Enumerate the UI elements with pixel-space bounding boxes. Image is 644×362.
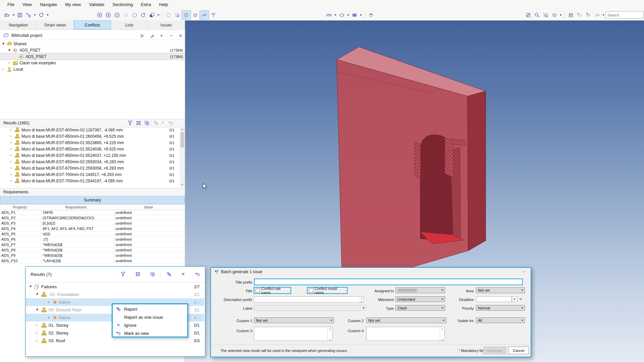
- milestone-select[interactable]: Undecided: [395, 296, 445, 302]
- link-icon[interactable]: [166, 272, 172, 277]
- menu-extra[interactable]: Extra: [137, 0, 155, 9]
- menu-my-view[interactable]: My view: [61, 0, 85, 9]
- result-row[interactable]: ▷Muro di base:MUR-EST-700mm-01:2544197, …: [0, 178, 180, 184]
- table-row[interactable]: ADS_P2(STR|ARC|MEC|IDR|IDA|COO)undefined: [0, 215, 185, 221]
- scroll-down-icon[interactable]: ▾: [180, 182, 185, 187]
- highlight-on-button[interactable]: [130, 11, 139, 19]
- results-scrollbar[interactable]: ▴ ▾: [180, 127, 185, 187]
- show-add-button[interactable]: [104, 11, 113, 19]
- float-row-failures[interactable]: Failures 2/7: [26, 283, 204, 291]
- menu-validate[interactable]: Validate: [85, 0, 108, 9]
- tab-conflicts[interactable]: Conflicts: [74, 20, 111, 29]
- cascade-views-dropdown[interactable]: [156, 11, 160, 19]
- scrollbar-thumb[interactable]: [180, 132, 184, 147]
- select-area-add-button[interactable]: [173, 11, 181, 19]
- panel-menu-icon[interactable]: ≡: [179, 33, 182, 38]
- filter-icon[interactable]: [127, 120, 133, 126]
- zoom-selection-button[interactable]: [541, 11, 550, 19]
- viewpoint-icon[interactable]: [150, 272, 156, 277]
- table-row[interactable]: ADS_P10^LAV\d{3}$undefined: [0, 258, 185, 263]
- viewpoint-icon[interactable]: [144, 120, 150, 126]
- menu-help[interactable]: Help: [155, 0, 172, 9]
- conflict-result-name-checkbox[interactable]: Conflict result name: [307, 287, 347, 294]
- checkbox-icon[interactable]: [309, 288, 313, 293]
- open-project-button[interactable]: [3, 11, 11, 19]
- table-row[interactable]: ADS_P7^WBS\d{3}$undefined: [0, 242, 185, 247]
- share-button[interactable]: [24, 11, 33, 19]
- custom4-textarea[interactable]: ▲▼: [366, 327, 445, 341]
- measure-button[interactable]: [325, 11, 333, 19]
- menu-sectioning[interactable]: Sectioning: [108, 0, 137, 9]
- annotate-shape-button[interactable]: [337, 11, 346, 19]
- custom3-textarea[interactable]: ▲▼: [254, 327, 332, 341]
- custom2-select[interactable]: Not set: [366, 317, 446, 323]
- table-row[interactable]: ADS_P6.{7}undefined: [0, 237, 185, 242]
- generate-button[interactable]: Generate: [483, 347, 506, 354]
- custom1-select[interactable]: Not set: [254, 317, 334, 323]
- clipping-planes-button[interactable]: [593, 11, 601, 19]
- table-row[interactable]: ADS_P8^WBS\d{3}$undefined: [0, 247, 185, 253]
- area-select[interactable]: Not set: [476, 287, 525, 293]
- tree-node-local[interactable]: ▷ Local: [0, 66, 185, 72]
- highlight-off-button[interactable]: [121, 11, 130, 19]
- menu-file[interactable]: File: [3, 0, 18, 9]
- view-cube-button[interactable]: [550, 11, 559, 19]
- section-box-button[interactable]: [567, 11, 575, 19]
- tab-issues[interactable]: Issues: [148, 20, 185, 29]
- collapsed-arrow-icon[interactable]: ▷: [2, 68, 4, 71]
- close-icon[interactable]: ×: [161, 120, 164, 125]
- tree-node-shared[interactable]: Shared: [0, 41, 185, 47]
- view-mode-button[interactable]: [367, 11, 375, 19]
- collapsed-arrow-icon[interactable]: ▷: [8, 61, 10, 64]
- remove-clipping-planes-button[interactable]: [584, 11, 593, 19]
- scroll-arrows-icon[interactable]: ▲▼: [440, 327, 444, 342]
- cascade-views-button[interactable]: [148, 11, 156, 19]
- walk-mode-button[interactable]: [209, 11, 218, 19]
- save-button[interactable]: [15, 11, 24, 19]
- deadline-dropdown[interactable]: [512, 296, 518, 302]
- deadline-input[interactable]: [476, 296, 512, 302]
- table-row[interactable]: ADS_P1TAFRIundefined: [0, 210, 185, 215]
- priority-select[interactable]: Normal: [476, 305, 525, 311]
- table-row[interactable]: ADS_P9^WBS\d{3}$undefined: [0, 253, 185, 258]
- tab-navigation[interactable]: Navigation: [0, 20, 37, 29]
- close-icon[interactable]: ×: [181, 271, 185, 278]
- mark-new-icon[interactable]: [195, 272, 201, 277]
- fit-view-button[interactable]: [524, 11, 533, 19]
- measure-dropdown[interactable]: [333, 11, 337, 19]
- menu-item-ignore[interactable]: × Ignore: [113, 321, 187, 329]
- result-row-partial[interactable]: [0, 184, 180, 187]
- menu-navigate[interactable]: Navigate: [36, 0, 61, 9]
- edit-icon[interactable]: [150, 33, 154, 38]
- tab-smart-views[interactable]: Smart views: [37, 20, 74, 29]
- tree-node-ads-pset-child[interactable]: ADS_PSET (17384): [0, 53, 185, 60]
- menu-view[interactable]: View: [18, 0, 36, 9]
- remove-icon[interactable]: −: [170, 33, 173, 38]
- link-icon[interactable]: [153, 120, 159, 126]
- search-input[interactable]: [605, 11, 644, 18]
- run-validation-icon[interactable]: [140, 33, 144, 38]
- result-row[interactable]: ▷Muro di base:MUR-EST-650mm-02:2593034, …: [0, 159, 180, 165]
- zoom-button[interactable]: [533, 11, 541, 19]
- isolate-icon[interactable]: [135, 272, 141, 277]
- add-clipping-plane-button[interactable]: [575, 11, 584, 19]
- view-cube-dropdown[interactable]: [559, 11, 563, 19]
- expand-arrow-icon[interactable]: ▸: [48, 316, 50, 319]
- orbit-mode-button[interactable]: [200, 10, 209, 20]
- expand-arrow-icon[interactable]: ▸: [48, 300, 50, 304]
- reset-view-button[interactable]: [139, 11, 148, 19]
- deadline-clear-icon[interactable]: ×: [520, 297, 522, 301]
- select-area-button[interactable]: [164, 11, 173, 19]
- result-row[interactable]: ▷Muro di base:MUR-EST-650mm-01:5524036, …: [0, 146, 180, 152]
- table-row[interactable]: ADS_P4AF1, AF2, AF3, AF4, FAD, PSTundefi…: [0, 226, 185, 231]
- table-row[interactable]: ADS_P5\d{3}undefined: [0, 231, 185, 237]
- checkbox-icon[interactable]: [256, 288, 260, 293]
- table-row[interactable]: ADS_P3[IL]\d{2}undefined: [0, 221, 185, 226]
- annotate-shape-dropdown[interactable]: [346, 11, 350, 19]
- menu-item-report-as-one-issue[interactable]: Report as one issue: [113, 313, 187, 321]
- result-row[interactable]: ▷Muro di base:MUR-EST-650mm-01:2600456, …: [0, 133, 180, 139]
- tree-node-clash-rule-examples[interactable]: ▷ Clash rule examples: [0, 60, 185, 66]
- dialog-close-icon[interactable]: ×: [522, 269, 525, 274]
- open-project-dropdown[interactable]: [11, 11, 15, 19]
- sync-dropdown[interactable]: [46, 11, 50, 19]
